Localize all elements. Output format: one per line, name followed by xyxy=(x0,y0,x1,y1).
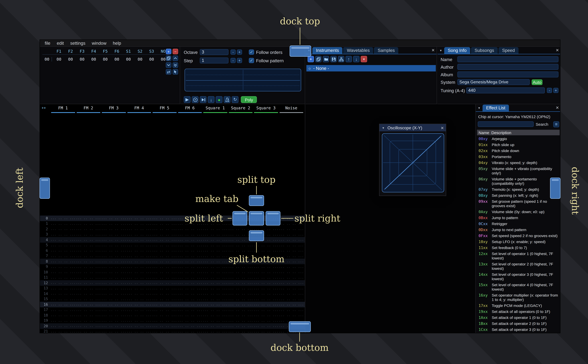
play-from-start-button[interactable] xyxy=(192,96,198,103)
pattern-cell[interactable]: ... .. .. ... xyxy=(152,249,177,252)
pattern-cell[interactable]: ... .. .. ... xyxy=(203,270,228,274)
album-input[interactable] xyxy=(457,72,558,78)
repeat-pattern-button[interactable]: ↻ xyxy=(232,96,238,103)
pattern-cell[interactable]: ... .. .. ... xyxy=(203,254,228,258)
pattern-cell[interactable]: ... .. .. ... xyxy=(152,238,177,242)
pattern-cell[interactable]: ... .. .. ... xyxy=(203,260,228,263)
tab-speed[interactable]: Speed xyxy=(499,47,518,54)
dock-split-right[interactable] xyxy=(266,211,280,226)
pattern-cell[interactable]: ... .. .. ... xyxy=(126,308,152,312)
pattern-cell[interactable]: ... .. .. ... xyxy=(50,227,76,231)
pattern-cell[interactable]: ... .. .. ... xyxy=(101,292,126,295)
pattern-cell[interactable]: ... .. .. ... xyxy=(101,216,126,220)
pattern-cell[interactable]: ... .. .. ... xyxy=(228,249,253,252)
pattern-cell[interactable]: ... .. .. ... xyxy=(50,330,76,333)
order-move-down-button[interactable] xyxy=(166,62,171,68)
pattern-cell[interactable]: ... .. .. ... xyxy=(228,303,253,306)
pattern-cell[interactable]: ... .. .. ... xyxy=(50,297,76,301)
pattern-cell[interactable]: ... .. .. ... xyxy=(152,243,177,247)
order-value-cell[interactable]: 00 xyxy=(88,57,99,61)
pattern-cell[interactable]: ... .. .. ... xyxy=(253,313,279,317)
pattern-cell[interactable]: ... .. .. ... xyxy=(228,276,253,279)
pattern-cell[interactable]: ... .. .. ... xyxy=(101,265,126,268)
pattern-cell[interactable]: ... .. .. ... xyxy=(76,324,101,328)
pattern-cell[interactable]: ... .. .. ... xyxy=(76,238,101,242)
pattern-cell[interactable]: ... .. .. ... xyxy=(50,233,76,236)
dock-target-top[interactable] xyxy=(290,46,311,57)
pattern-cell[interactable]: ... .. .. ... xyxy=(50,249,76,252)
pattern-cell[interactable]: ... .. .. ... xyxy=(152,297,177,301)
pattern-cell[interactable]: ... .. .. ... xyxy=(177,276,203,279)
pattern-cell[interactable]: ... .. .. ... xyxy=(177,243,203,247)
pattern-cell[interactable]: ... .. .. ... xyxy=(177,265,203,268)
pattern-cell[interactable]: ... .. .. ... xyxy=(50,254,76,258)
pattern-cell[interactable]: ... .. .. ... xyxy=(279,265,304,268)
pattern-cell[interactable]: ... .. .. ... xyxy=(152,276,177,279)
pattern-cell[interactable]: ... .. .. ... xyxy=(126,265,152,268)
pattern-cell[interactable]: ... .. .. ... xyxy=(76,330,101,333)
pattern-cell[interactable]: ... .. .. ... xyxy=(177,330,203,333)
pattern-cell[interactable]: ... .. .. ... xyxy=(101,313,126,317)
pattern-cell[interactable]: ... .. .. ... xyxy=(101,260,126,263)
pattern-cell[interactable]: ... .. .. ... xyxy=(203,324,228,328)
order-value-cell[interactable]: 00 xyxy=(99,57,111,61)
play-button[interactable]: ▶ xyxy=(184,96,191,103)
pattern-cell[interactable]: ... .. .. ... xyxy=(76,270,101,274)
close-icon[interactable]: × xyxy=(441,125,444,131)
pattern-cell[interactable]: ... .. .. ... xyxy=(101,249,126,252)
pattern-cell[interactable]: ... .. .. ... xyxy=(126,276,152,279)
pattern-cell[interactable]: ... .. .. ... xyxy=(76,222,101,225)
window-menu-arrow-icon[interactable]: ▼ xyxy=(439,49,443,52)
pattern-cell[interactable]: ... .. .. ... xyxy=(279,297,304,301)
pattern-cell[interactable]: ... .. .. ... xyxy=(177,286,203,290)
pattern-cell[interactable]: ... .. .. ... xyxy=(76,276,101,279)
oscilloscope-titlebar[interactable]: ▼ Oscilloscope (X-Y) × xyxy=(379,124,446,131)
order-duplicate-end-button[interactable] xyxy=(172,62,178,68)
pattern-cell[interactable]: ... .. .. ... xyxy=(253,265,279,268)
pattern-cell[interactable]: ... .. .. ... xyxy=(76,265,101,268)
pattern-cell[interactable]: ... .. .. ... xyxy=(253,292,279,295)
pattern-cell[interactable]: ... .. .. ... xyxy=(253,303,279,306)
pattern-cell[interactable]: ... .. .. ... xyxy=(126,324,152,328)
pattern-cell[interactable]: ... .. .. ... xyxy=(50,260,76,263)
octave-input[interactable]: 3 xyxy=(200,49,229,55)
pattern-cell[interactable]: ... .. .. ... xyxy=(279,292,304,295)
pattern-cell[interactable]: ... .. .. ... xyxy=(152,330,177,333)
pattern-cell[interactable]: ... .. .. ... xyxy=(76,249,101,252)
pattern-cell[interactable]: ... .. .. ... xyxy=(228,297,253,301)
pattern-cell[interactable]: ... .. .. ... xyxy=(228,286,253,290)
pattern-cell[interactable]: ... .. .. ... xyxy=(101,243,126,247)
pattern-cell[interactable]: ... .. .. ... xyxy=(50,216,76,220)
dock-split-top[interactable] xyxy=(249,195,264,206)
pattern-cell[interactable]: ... .. .. ... xyxy=(126,254,152,258)
collapse-arrow-icon[interactable]: ▼ xyxy=(382,126,386,129)
order-value-cell[interactable]: 00 xyxy=(146,57,157,61)
pattern-cell[interactable]: ... .. .. ... xyxy=(76,216,101,220)
order-add-button[interactable]: + xyxy=(166,49,171,54)
pattern-cell[interactable]: ... .. .. ... xyxy=(203,276,228,279)
pattern-cell[interactable]: ... .. .. ... xyxy=(50,308,76,312)
pattern-cell[interactable]: ... .. .. ... xyxy=(152,303,177,306)
pattern-cell[interactable]: ... .. .. ... xyxy=(228,324,253,328)
name-input[interactable] xyxy=(457,56,558,62)
follow-pattern-checkbox[interactable]: ✓ xyxy=(249,58,254,63)
pattern-cell[interactable]: ... .. .. ... xyxy=(279,281,304,285)
pattern-cell[interactable]: ... .. .. ... xyxy=(253,319,279,322)
pattern-cell[interactable]: ... .. .. ... xyxy=(177,233,203,236)
pattern-cell[interactable]: ... .. .. ... xyxy=(126,313,152,317)
tab-samples[interactable]: Samples xyxy=(374,47,398,54)
octave-decrease-button[interactable]: - xyxy=(231,50,236,55)
pattern-cell[interactable]: ... .. .. ... xyxy=(126,303,152,306)
menu-window[interactable]: window xyxy=(89,41,110,46)
channel-header-noise[interactable]: Noise xyxy=(279,106,304,113)
pattern-cell[interactable]: ... .. .. ... xyxy=(76,243,101,247)
channel-header-fm-5[interactable]: FM 5 xyxy=(152,106,177,113)
pattern-cell[interactable]: ... .. .. ... xyxy=(152,286,177,290)
pattern-cell[interactable]: ... .. .. ... xyxy=(228,270,253,274)
pattern-cell[interactable]: ... .. .. ... xyxy=(101,324,126,328)
close-icon[interactable]: × xyxy=(432,47,435,53)
pattern-cell[interactable]: ... .. .. ... xyxy=(101,330,126,333)
pattern-cell[interactable]: ... .. .. ... xyxy=(253,308,279,312)
pattern-cell[interactable]: ... .. .. ... xyxy=(253,324,279,328)
pattern-cell[interactable]: ... .. .. ... xyxy=(152,313,177,317)
